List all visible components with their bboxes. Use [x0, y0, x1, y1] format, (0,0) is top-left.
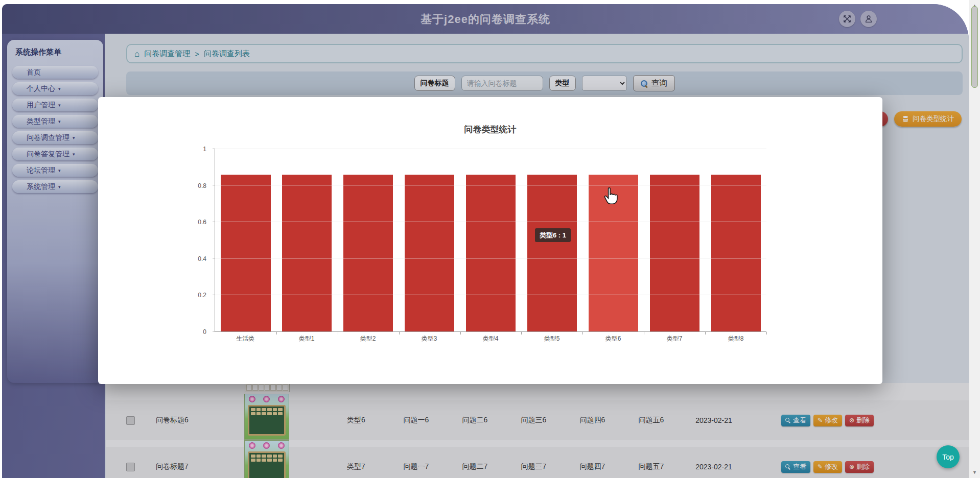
bar-类型4[interactable]: [466, 175, 516, 331]
page: 基于j2ee的问卷调查系统: [0, 0, 980, 478]
hand-cursor-icon: [602, 187, 618, 203]
back-to-top-button[interactable]: Top: [937, 445, 960, 468]
bar-类型8[interactable]: [711, 175, 761, 331]
page-scrollbar[interactable]: ▲ ▼: [969, 0, 980, 478]
y-tick-label: 0.2: [198, 292, 206, 299]
x-tick-label: 类型4: [460, 334, 521, 343]
x-tick-label: 类型7: [644, 334, 705, 343]
scroll-down-icon[interactable]: ▼: [969, 470, 980, 475]
scrollbar-thumb[interactable]: [971, 6, 978, 88]
y-tick-label: 0.8: [198, 182, 206, 189]
x-tick-label: 生活类: [215, 334, 276, 343]
bar-生活类[interactable]: [221, 175, 270, 331]
bar-chart: 类型6 : 1: [215, 149, 766, 332]
stats-modal: 问卷类型统计 00.20.40.60.81 类型6 : 1 生活类类型1类型2类…: [98, 97, 882, 384]
bar-类型5[interactable]: [527, 175, 577, 331]
x-axis-labels: 生活类类型1类型2类型3类型4类型5类型6类型7类型8: [215, 334, 766, 343]
x-tick-label: 类型2: [337, 334, 399, 343]
bar-类型7[interactable]: [650, 175, 699, 331]
y-tick-label: 0.4: [198, 255, 206, 262]
bar-类型3[interactable]: [405, 175, 454, 331]
x-tick-label: 类型5: [521, 334, 582, 343]
x-tick-label: 类型6: [582, 334, 644, 343]
y-axis: 00.20.40.60.81: [185, 149, 211, 332]
bar-类型2[interactable]: [343, 175, 393, 331]
x-tick-label: 类型3: [399, 334, 460, 343]
x-tick-label: 类型8: [705, 334, 766, 343]
y-tick-label: 1: [203, 146, 206, 153]
x-tick-label: 类型1: [276, 334, 337, 343]
y-tick-label: 0.6: [198, 219, 206, 226]
bar-类型1[interactable]: [282, 175, 332, 331]
chart-tooltip: 类型6 : 1: [535, 228, 571, 242]
y-tick-label: 0: [203, 328, 206, 336]
chart-title: 问卷类型统计: [98, 124, 882, 135]
